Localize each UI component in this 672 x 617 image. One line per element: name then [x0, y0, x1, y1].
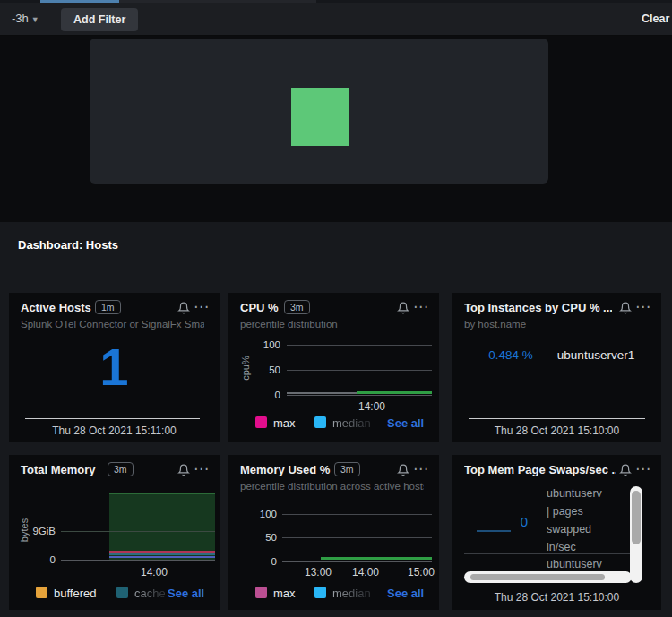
- active-hosts-value: 1: [9, 338, 220, 397]
- alert-bell-icon[interactable]: [619, 302, 632, 314]
- gridline-100: [282, 514, 432, 515]
- card-title: Memory Used %: [240, 463, 330, 476]
- horizontal-scrollbar[interactable]: [464, 571, 632, 583]
- legend-swatch-buffered[interactable]: [36, 587, 47, 598]
- alert-bell-icon[interactable]: [177, 464, 190, 476]
- toolbar-divider: [56, 3, 56, 35]
- alert-bell-icon[interactable]: [177, 302, 190, 314]
- x-tick: 14:00: [132, 566, 177, 578]
- y-tick: 0: [243, 556, 277, 567]
- memory-chart-plot[interactable]: bytes 9GiB 0 14:00: [9, 482, 220, 580]
- overflow-menu-icon[interactable]: ⋯: [635, 297, 651, 316]
- metric-label-line: swapped: [547, 523, 629, 536]
- vertical-scrollbar-thumb[interactable]: [632, 491, 641, 544]
- filter-toolbar: -3h▼ Add Filter Clear: [0, 3, 672, 36]
- y-tick: 100: [246, 339, 280, 350]
- overflow-menu-icon[interactable]: ⋯: [194, 297, 210, 316]
- heatmap-cell[interactable]: [291, 88, 349, 146]
- vertical-scrollbar[interactable]: [630, 486, 642, 583]
- alert-bell-icon[interactable]: [397, 464, 409, 476]
- gridline-0: [282, 561, 432, 562]
- legend-row: max median See all: [228, 587, 439, 601]
- card-cpu-percent: CPU % 3m ⋯ percentile distribution cpu% …: [228, 293, 439, 442]
- legend-row: buffered cached See all: [9, 587, 220, 601]
- dashboard-title: Dashboard: Hosts: [18, 238, 118, 252]
- instance-row[interactable]: 0.484 % ubuntuserver1: [452, 348, 661, 364]
- gridline-50: [287, 370, 432, 371]
- gridline-100: [287, 345, 432, 346]
- cpu-chart-plot[interactable]: cpu% 100 50 0 14:00: [228, 333, 439, 414]
- card-title: Top Instances by CPU % ...: [464, 301, 612, 314]
- legend-label-median[interactable]: median: [332, 587, 371, 600]
- gridline-0: [287, 395, 432, 396]
- card-subtitle: by host.name: [464, 319, 526, 330]
- card-subtitle: percentile distribution: [240, 319, 338, 330]
- card-top-mem-page-swaps: Top Mem Page Swaps/sec ... ⋯ 0 ubuntuser…: [452, 455, 661, 610]
- time-range-value: -3h: [12, 12, 29, 25]
- swaps-scroll-area[interactable]: 0 ubuntuserv | pages swapped in/sec ubun…: [452, 455, 661, 583]
- resolution-badge: 1m: [95, 300, 121, 314]
- resolution-badge: 3m: [108, 462, 134, 476]
- legend-label-buffered[interactable]: buffered: [54, 587, 96, 600]
- x-tick: 14:00: [349, 400, 394, 413]
- gridline-9gib: [61, 531, 215, 532]
- gridline-50: [282, 537, 432, 538]
- band-buffered: [109, 556, 215, 558]
- legend-label-max[interactable]: max: [273, 416, 296, 430]
- area-free: [109, 493, 215, 560]
- x-tick: 15:00: [399, 566, 444, 578]
- overflow-menu-icon[interactable]: ⋯: [194, 459, 210, 478]
- y-tick: 50: [246, 364, 280, 375]
- add-filter-button[interactable]: Add Filter: [61, 8, 138, 31]
- card-divider: [469, 418, 645, 419]
- card-title: Active Hosts: [21, 301, 91, 314]
- see-all-link[interactable]: See all: [387, 587, 424, 600]
- heatmap-region: [0, 36, 672, 222]
- see-all-link[interactable]: See all: [387, 416, 424, 430]
- metric-label-line: ubuntuserv: [547, 558, 629, 570]
- see-all-link[interactable]: See all: [168, 587, 204, 600]
- timestamp: Thu 28 Oct 2021 15:10:00: [452, 424, 661, 437]
- resolution-badge: 3m: [284, 300, 310, 314]
- timestamp: Thu 28 Oct 2021 15:11:00: [9, 424, 220, 437]
- legend-swatch-cached[interactable]: [116, 587, 128, 598]
- card-subtitle: percentile distribution across active ho…: [240, 481, 424, 492]
- legend-label-max[interactable]: max: [273, 587, 296, 600]
- host-name: ubuntuserver1: [547, 348, 645, 362]
- card-subtitle: Splunk OTel Connector or SignalFx SmartA…: [21, 319, 204, 330]
- time-range-dropdown[interactable]: -3h▼: [12, 12, 39, 25]
- legend-swatch-median[interactable]: [314, 587, 326, 598]
- sparkline: [477, 530, 511, 532]
- card-divider: [25, 418, 200, 419]
- metric-label-line: | pages: [547, 505, 629, 518]
- series-line-older: [287, 392, 357, 394]
- clear-all-button[interactable]: Clear: [642, 13, 669, 25]
- memused-chart-plot[interactable]: 100 50 0 13:00 14:00 15:00: [228, 501, 439, 580]
- legend-swatch-max[interactable]: [255, 416, 267, 428]
- y-tick: 50: [243, 532, 277, 543]
- x-tick: 13:00: [296, 566, 340, 578]
- overflow-menu-icon[interactable]: ⋯: [413, 459, 429, 478]
- legend-swatch-max[interactable]: [255, 587, 267, 598]
- cpu-value: 0.484 %: [470, 348, 551, 362]
- alert-bell-icon[interactable]: [397, 302, 409, 314]
- resolution-badge: 3m: [334, 462, 360, 476]
- overflow-menu-icon[interactable]: ⋯: [413, 297, 429, 316]
- y-tick: 0: [22, 554, 56, 565]
- legend-swatch-median[interactable]: [314, 416, 326, 428]
- card-total-memory: Total Memory 3m ⋯ bytes 9GiB 0 14:00 buf…: [9, 455, 220, 610]
- row-divider: [464, 553, 632, 554]
- band-used: [109, 551, 215, 553]
- heatmap-panel: [90, 39, 548, 184]
- app-window: -3h▼ Add Filter Clear Dashboard: Hosts A…: [0, 0, 672, 617]
- metric-label-line: ubuntuserv: [547, 487, 629, 500]
- horizontal-scrollbar-thumb[interactable]: [470, 574, 605, 580]
- card-title: CPU %: [240, 301, 279, 314]
- series-line-green: [357, 391, 432, 394]
- y-tick: 9GiB: [22, 526, 56, 536]
- card-active-hosts: Active Hosts 1m ⋯ Splunk OTel Connector …: [9, 293, 220, 442]
- band-cached: [109, 553, 215, 555]
- gridline-0: [61, 560, 215, 561]
- legend-label-cached[interactable]: cached: [134, 587, 165, 600]
- legend-label-median[interactable]: median: [332, 416, 371, 430]
